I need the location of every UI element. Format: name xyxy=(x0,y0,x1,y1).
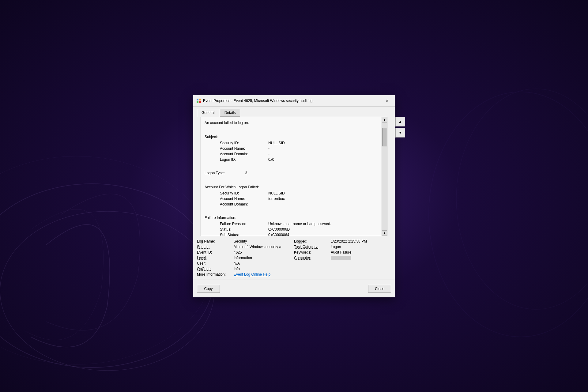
account-name-label: Account Name: xyxy=(220,146,266,151)
svg-point-0 xyxy=(0,184,214,368)
copy-button[interactable]: Copy xyxy=(197,285,220,293)
account-domain-label: Account Domain: xyxy=(220,151,266,157)
title-bar-left: Event Properties - Event 4625, Microsoft… xyxy=(196,98,314,103)
failed-account-domain-row: Account Domain: xyxy=(205,202,378,207)
log-name-row: Log Name: Security xyxy=(197,239,294,243)
computer-row: Computer: xyxy=(294,256,391,260)
prev-event-button[interactable]: ▲ xyxy=(395,117,405,126)
opcode-row: OpCode: Info xyxy=(197,267,294,271)
scroll-down-arrow[interactable]: ▼ xyxy=(382,230,387,236)
account-failed-header: Account For Which Logon Failed: xyxy=(205,184,378,190)
user-row: User: N/A xyxy=(197,261,294,266)
title-bar: Event Properties - Event 4625, Microsoft… xyxy=(193,95,395,107)
level-row: Level: Information xyxy=(197,256,294,260)
failed-account-name-row: Account Name: torrentbox xyxy=(205,196,378,202)
keywords-label: Keywords: xyxy=(294,250,331,254)
source-value: Microsoft Windows security a xyxy=(234,245,281,249)
close-button[interactable]: Close xyxy=(368,285,391,293)
svg-rect-5 xyxy=(197,99,198,100)
account-name-value: - xyxy=(268,146,270,151)
keywords-value: Audit Failure xyxy=(331,250,351,254)
security-id-value: NULL SID xyxy=(268,140,285,146)
security-id-row: Security ID: NULL SID xyxy=(205,140,378,146)
svg-rect-8 xyxy=(199,101,201,103)
account-domain-row: Account Domain: - xyxy=(205,151,378,157)
level-value: Information xyxy=(234,256,252,260)
level-label: Level: xyxy=(197,256,234,260)
logon-id-value: 0x0 xyxy=(268,157,274,162)
tab-area: General Details xyxy=(193,107,395,117)
failed-security-id-row: Security ID: NULL SID xyxy=(205,190,378,196)
event-properties-dialog: Event Properties - Event 4625, Microsoft… xyxy=(193,95,395,297)
tab-general[interactable]: General xyxy=(197,109,219,117)
info-left-col: Log Name: Security Source: Microsoft Win… xyxy=(197,239,294,277)
svg-point-3 xyxy=(429,92,588,337)
log-name-label: Log Name: xyxy=(197,239,234,243)
account-name-row: Account Name: - xyxy=(205,146,378,151)
task-category-label: Task Category: xyxy=(294,245,331,249)
info-right-col: Logged: 1/23/2022 2:25:38 PM Task Catego… xyxy=(294,239,391,277)
computer-value xyxy=(331,256,351,260)
failed-security-id-value: NULL SID xyxy=(268,190,285,196)
account-domain-value: - xyxy=(268,151,270,157)
event-id-label: Event ID: xyxy=(197,250,234,254)
event-content-area: An account failed to log on. Subject: Se… xyxy=(201,117,387,236)
content-scrollbar[interactable]: ▲ ▼ xyxy=(382,117,387,236)
opcode-value: Info xyxy=(234,267,240,271)
event-intro: An account failed to log on. xyxy=(205,120,378,126)
dialog-footer: Copy Close xyxy=(193,281,395,297)
side-navigation: ▲ ▼ xyxy=(395,117,405,138)
log-name-value: Security xyxy=(234,239,247,243)
user-value: N/A xyxy=(234,261,240,266)
scroll-thumb[interactable] xyxy=(382,128,387,146)
failure-reason-row: Failure Reason: Unknown user name or bad… xyxy=(205,221,378,227)
computer-label: Computer: xyxy=(294,256,331,260)
failed-security-id-label: Security ID: xyxy=(220,190,266,196)
failed-account-name-value: torrentbox xyxy=(268,196,285,202)
failure-reason-value: Unknown user name or bad password. xyxy=(268,221,331,227)
scroll-up-arrow[interactable]: ▲ xyxy=(382,117,387,123)
status-value: 0xC000006D xyxy=(268,227,290,232)
svg-rect-6 xyxy=(199,99,201,100)
failure-info-header: Failure Information: xyxy=(205,215,378,221)
logged-value: 1/23/2022 2:25:38 PM xyxy=(331,239,367,243)
event-info-grid: Log Name: Security Source: Microsoft Win… xyxy=(193,236,395,280)
event-log-online-help-link[interactable]: Event Log Online Help xyxy=(234,272,270,277)
keywords-row: Keywords: Audit Failure xyxy=(294,250,391,254)
svg-point-4 xyxy=(456,89,588,309)
task-category-row: Task Category: Logon xyxy=(294,245,391,249)
dialog-title: Event Properties - Event 4625, Microsoft… xyxy=(203,99,314,103)
logged-label: Logged: xyxy=(294,239,331,243)
footer-separator xyxy=(193,280,395,280)
svg-rect-7 xyxy=(197,101,198,103)
svg-point-1 xyxy=(0,211,214,371)
substatus-row: Sub Status: 0xC0000064 xyxy=(205,232,378,236)
next-event-button[interactable]: ▼ xyxy=(395,128,405,138)
status-row: Status: 0xC000006D xyxy=(205,227,378,232)
logged-row: Logged: 1/23/2022 2:25:38 PM xyxy=(294,239,391,243)
logon-id-label: Logon ID: xyxy=(220,157,266,162)
more-info-row: More Information: Event Log Online Help xyxy=(197,272,294,277)
logon-id-row: Logon ID: 0x0 xyxy=(205,157,378,162)
status-label: Status: xyxy=(220,227,266,232)
event-text: An account failed to log on. Subject: Se… xyxy=(201,117,382,236)
substatus-label: Sub Status: xyxy=(220,232,266,236)
tab-details[interactable]: Details xyxy=(220,109,240,117)
failed-account-domain-label: Account Domain: xyxy=(220,202,266,207)
more-info-label: More Information: xyxy=(197,272,234,277)
logon-type-header: Logon Type: 3 xyxy=(205,170,378,176)
event-id-row: Event ID: 4625 xyxy=(197,250,294,254)
user-label: User: xyxy=(197,261,234,266)
task-category-value: Logon xyxy=(331,245,341,249)
source-row: Source: Microsoft Windows security a xyxy=(197,245,294,249)
event-viewer-icon xyxy=(196,98,201,103)
subject-header: Subject: xyxy=(205,134,378,140)
info-columns: Log Name: Security Source: Microsoft Win… xyxy=(197,239,391,277)
substatus-value: 0xC0000064 xyxy=(268,232,289,236)
source-label: Source: xyxy=(197,245,234,249)
event-id-value: 4625 xyxy=(234,250,242,254)
security-id-label: Security ID: xyxy=(220,140,266,146)
close-title-button[interactable]: ✕ xyxy=(383,98,391,104)
failure-reason-label: Failure Reason: xyxy=(220,221,266,227)
failed-account-name-label: Account Name: xyxy=(220,196,266,202)
